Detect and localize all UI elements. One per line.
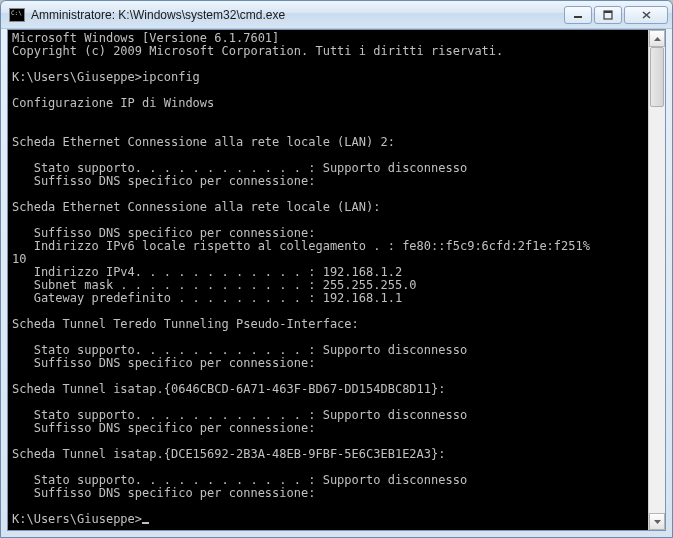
terminal-line: Suffisso DNS specifico per connessione: xyxy=(12,422,644,435)
scroll-track[interactable] xyxy=(649,47,665,513)
terminal-line: Suffisso DNS specifico per connessione: xyxy=(12,487,644,500)
window-title: Amministratore: K:\Windows\system32\cmd.… xyxy=(31,8,564,22)
close-icon xyxy=(641,10,652,20)
vertical-scrollbar[interactable] xyxy=(648,30,665,530)
terminal-line: Gateway predefinito . . . . . . . . . : … xyxy=(12,292,644,305)
minimize-icon xyxy=(573,10,583,20)
scroll-up-button[interactable] xyxy=(649,30,665,47)
cmd-window: Amministratore: K:\Windows\system32\cmd.… xyxy=(0,0,673,538)
client-area: Microsoft Windows [Versione 6.1.7601]Cop… xyxy=(7,29,666,531)
minimize-button[interactable] xyxy=(564,6,592,24)
close-button[interactable] xyxy=(624,6,668,24)
terminal-line: Suffisso DNS specifico per connessione: xyxy=(12,357,644,370)
chevron-up-icon xyxy=(654,37,661,41)
scroll-thumb[interactable] xyxy=(650,47,664,107)
maximize-icon xyxy=(603,10,613,20)
terminal-line: K:\Users\Giuseppe>ipconfig xyxy=(12,71,644,84)
terminal-line: Scheda Tunnel Teredo Tunneling Pseudo-In… xyxy=(12,318,644,331)
terminal-line: K:\Users\Giuseppe> xyxy=(12,513,644,526)
chevron-down-icon xyxy=(654,520,661,524)
terminal-line: Indirizzo IPv6 locale rispetto al colleg… xyxy=(12,240,644,253)
terminal-line: Scheda Ethernet Connessione alla rete lo… xyxy=(12,136,644,149)
terminal-line: Scheda Tunnel isatap.{0646CBCD-6A71-463F… xyxy=(12,383,644,396)
scroll-down-button[interactable] xyxy=(649,513,665,530)
terminal-line: Copyright (c) 2009 Microsoft Corporation… xyxy=(12,45,644,58)
svg-rect-2 xyxy=(604,11,612,13)
titlebar[interactable]: Amministratore: K:\Windows\system32\cmd.… xyxy=(1,1,672,29)
window-buttons xyxy=(564,6,668,24)
svg-rect-0 xyxy=(574,16,582,18)
terminal-output[interactable]: Microsoft Windows [Versione 6.1.7601]Cop… xyxy=(8,30,648,530)
terminal-line xyxy=(12,110,644,123)
terminal-line: Scheda Tunnel isatap.{DCE15692-2B3A-48EB… xyxy=(12,448,644,461)
maximize-button[interactable] xyxy=(594,6,622,24)
terminal-line: Configurazione IP di Windows xyxy=(12,97,644,110)
cursor xyxy=(142,522,149,524)
terminal-line: Scheda Ethernet Connessione alla rete lo… xyxy=(12,201,644,214)
cmd-icon xyxy=(9,8,25,22)
terminal-line: Suffisso DNS specifico per connessione: xyxy=(12,175,644,188)
